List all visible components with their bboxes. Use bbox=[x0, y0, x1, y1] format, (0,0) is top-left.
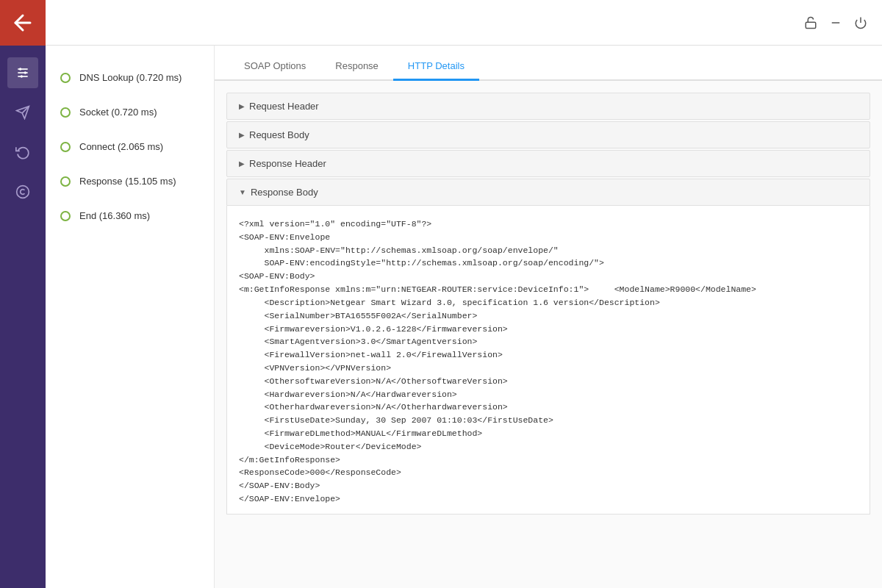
copyright-icon bbox=[15, 184, 30, 199]
svg-point-9 bbox=[17, 186, 29, 198]
timeline-dot-socket bbox=[60, 107, 71, 118]
timeline-item-response[interactable]: Response (15.105 ms) bbox=[46, 164, 214, 198]
timeline-dot-dns bbox=[60, 73, 71, 83]
sliders-icon bbox=[15, 65, 30, 80]
request-body-arrow: ▶ bbox=[239, 131, 245, 139]
content-area: DNS Lookup (0.720 ms) Socket (0.720 ms) … bbox=[46, 46, 882, 588]
sidebar bbox=[0, 0, 46, 588]
timeline-label-socket: Socket (0.720 ms) bbox=[79, 107, 157, 118]
timeline-dot-end bbox=[60, 211, 71, 221]
xml-content[interactable]: <?xml version="1.0" encoding="UTF-8"?> <… bbox=[226, 206, 870, 514]
timeline-item-connect[interactable]: Connect (2.065 ms) bbox=[46, 129, 214, 164]
logo-icon bbox=[12, 12, 34, 34]
history-icon bbox=[15, 145, 30, 159]
request-header-arrow: ▶ bbox=[239, 102, 245, 110]
svg-point-6 bbox=[21, 75, 23, 77]
timeline-label-dns: DNS Lookup (0.720 ms) bbox=[79, 72, 182, 83]
svg-rect-10 bbox=[806, 22, 816, 28]
minimize-icon[interactable] bbox=[829, 16, 842, 29]
timeline-item-socket[interactable]: Socket (0.720 ms) bbox=[46, 95, 214, 129]
response-header-arrow: ▶ bbox=[239, 159, 245, 168]
response-body-section[interactable]: ▼ Response Body bbox=[226, 179, 870, 206]
tab-response[interactable]: Response bbox=[320, 53, 393, 81]
response-header-label: Response Header bbox=[249, 158, 326, 169]
request-body-label: Request Body bbox=[249, 129, 309, 140]
app-logo[interactable] bbox=[0, 0, 46, 46]
paper-plane-icon bbox=[15, 105, 30, 120]
tab-http-details[interactable]: HTTP Details bbox=[393, 53, 479, 81]
response-body-label: Response Body bbox=[251, 187, 318, 198]
request-body-section[interactable]: ▶ Request Body bbox=[226, 121, 870, 148]
timeline-item-end[interactable]: End (16.360 ms) bbox=[46, 198, 214, 233]
sidebar-item-history[interactable] bbox=[7, 137, 38, 168]
timeline-panel: DNS Lookup (0.720 ms) Socket (0.720 ms) … bbox=[46, 46, 215, 588]
topbar-icons bbox=[804, 16, 867, 29]
right-panel: SOAP Options Response HTTP Details ▶ Req… bbox=[215, 46, 882, 588]
svg-point-5 bbox=[24, 71, 26, 74]
power-icon[interactable] bbox=[854, 16, 867, 29]
request-header-section[interactable]: ▶ Request Header bbox=[226, 93, 870, 120]
main-content: DNS Lookup (0.720 ms) Socket (0.720 ms) … bbox=[46, 0, 882, 588]
timeline-dot-response bbox=[60, 176, 71, 187]
sidebar-item-send[interactable] bbox=[7, 97, 38, 128]
sidebar-item-sliders[interactable] bbox=[7, 57, 38, 88]
tabs-bar: SOAP Options Response HTTP Details bbox=[215, 46, 882, 81]
timeline-label-end: End (16.360 ms) bbox=[79, 210, 150, 221]
sidebar-item-copyright[interactable] bbox=[7, 176, 38, 207]
request-header-label: Request Header bbox=[249, 101, 319, 112]
svg-point-4 bbox=[19, 68, 21, 70]
lock-icon[interactable] bbox=[804, 16, 817, 29]
timeline-label-connect: Connect (2.065 ms) bbox=[79, 141, 163, 152]
topbar bbox=[46, 0, 882, 46]
timeline-dot-connect bbox=[60, 142, 71, 152]
timeline-label-response: Response (15.105 ms) bbox=[79, 176, 176, 187]
timeline-item-dns[interactable]: DNS Lookup (0.720 ms) bbox=[46, 60, 214, 95]
response-header-section[interactable]: ▶ Response Header bbox=[226, 150, 870, 177]
response-body-arrow: ▼ bbox=[239, 188, 246, 196]
tab-soap-options[interactable]: SOAP Options bbox=[229, 53, 320, 81]
sections-area: ▶ Request Header ▶ Request Body ▶ Respon… bbox=[215, 81, 882, 588]
